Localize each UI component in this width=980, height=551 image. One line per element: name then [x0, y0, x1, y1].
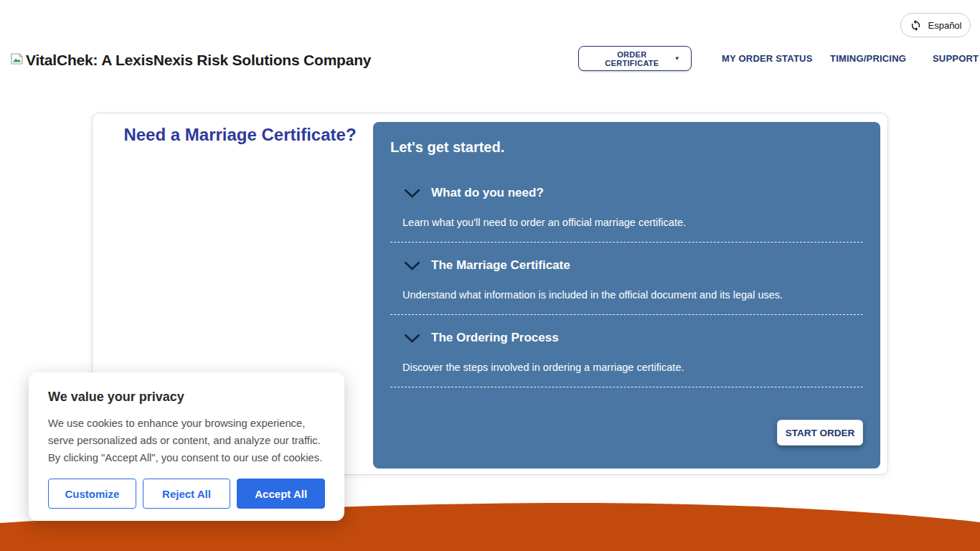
- nav-support[interactable]: SUPPORT: [933, 53, 979, 64]
- get-started-panel: Let's get started. What do you need? Lea…: [373, 122, 880, 468]
- accordion-section-ordering-process: The Ordering Process Discover the steps …: [390, 331, 863, 387]
- customize-button[interactable]: Customize: [48, 479, 136, 509]
- order-certificate-label: ORDER CERTIFICATE: [590, 50, 674, 67]
- language-toggle-label: Español: [928, 20, 962, 31]
- logo[interactable]: VitalChek: A LexisNexis Risk Solutions C…: [10, 52, 371, 69]
- language-toggle-button[interactable]: Español: [900, 13, 971, 37]
- accordion-section-what-you-need: What do you need? Learn what you'll need…: [390, 186, 863, 242]
- logo-alt-text: VitalChek: A LexisNexis Risk Solutions C…: [26, 52, 371, 69]
- section-title: What do you need?: [431, 186, 544, 200]
- cookie-consent-dialog: We value your privacy We use cookies to …: [29, 372, 344, 521]
- panel-heading: Let's get started.: [390, 139, 863, 156]
- nav-my-order-status[interactable]: MY ORDER STATUS: [722, 53, 813, 64]
- section-description: Discover the steps involved in ordering …: [402, 361, 863, 374]
- accept-all-button[interactable]: Accept All: [237, 479, 325, 509]
- cookie-dialog-message: We use cookies to enhance your browsing …: [48, 415, 325, 466]
- chevron-down-icon: [404, 189, 420, 198]
- order-certificate-button[interactable]: ORDER CERTIFICATE ▼: [578, 46, 692, 71]
- section-title: The Ordering Process: [431, 331, 559, 345]
- accordion-section-marriage-certificate: The Marriage Certificate Understand what…: [390, 258, 863, 315]
- section-description: Learn what you'll need to order an offic…: [402, 216, 863, 229]
- accordion-toggle-ordering-process[interactable]: The Ordering Process: [390, 331, 863, 345]
- section-description: Understand what information is included …: [402, 288, 863, 301]
- caret-down-icon: ▼: [674, 55, 680, 62]
- broken-image-icon: [10, 52, 24, 68]
- sync-icon: [910, 19, 922, 32]
- page-title: Need a Marriage Certificate?: [100, 125, 380, 145]
- reject-all-button[interactable]: Reject All: [143, 479, 231, 509]
- cookie-dialog-buttons: Customize Reject All Accept All: [48, 479, 325, 509]
- section-title: The Marriage Certificate: [431, 258, 570, 273]
- nav-timing-pricing[interactable]: TIMING/PRICING: [830, 53, 906, 64]
- accordion-toggle-what-you-need[interactable]: What do you need?: [390, 186, 863, 200]
- cookie-dialog-title: We value your privacy: [48, 390, 325, 405]
- chevron-down-icon: [404, 261, 420, 270]
- start-order-button[interactable]: START ORDER: [777, 420, 863, 446]
- accordion-toggle-marriage-certificate[interactable]: The Marriage Certificate: [390, 258, 863, 273]
- chevron-down-icon: [404, 334, 420, 343]
